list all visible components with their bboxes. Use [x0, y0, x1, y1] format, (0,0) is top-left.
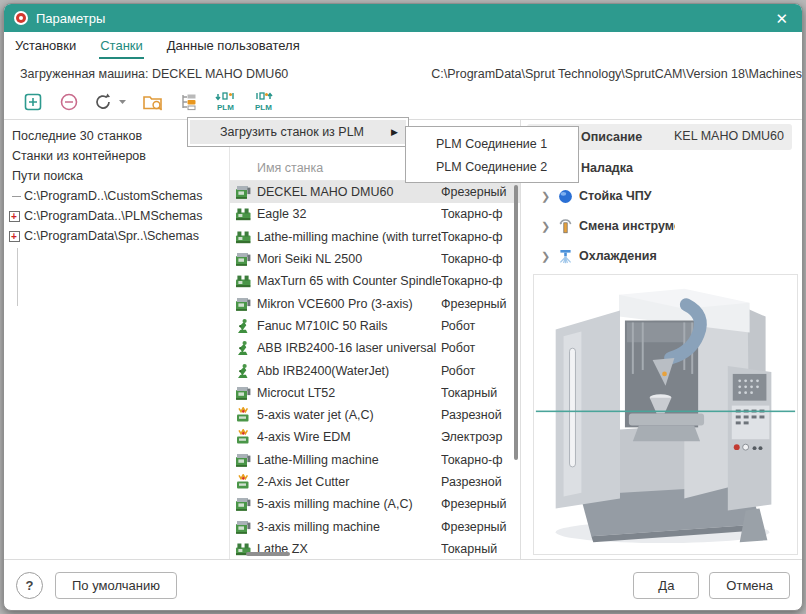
- machine-row[interactable]: DECKEL MAHO DMU60Фрезерный: [230, 181, 520, 203]
- machine-name: Lathe-Milling machine: [257, 453, 441, 467]
- tab-strip: УстановкиСтанкиДанные пользователя: [4, 32, 802, 59]
- tree-path-1[interactable]: +C:\ProgramData..\PLMSchemas: [4, 206, 229, 226]
- tree-path-label: C:\ProgramData..\PLMSchemas: [24, 206, 203, 226]
- machine-type: Токарно-ф: [441, 453, 513, 467]
- machine-row[interactable]: Microcut LT52Токарный: [230, 382, 520, 404]
- machine-row[interactable]: Fanuc M710IC 50 RailsРобот: [230, 315, 520, 337]
- tree-path-0[interactable]: C:\ProgramD..\CustomSchemas: [4, 186, 229, 206]
- machine-type: Токарно-ф: [441, 230, 513, 244]
- machine-name: Abb IRB2400(WaterJet): [257, 364, 441, 378]
- cooling-icon: [557, 248, 574, 265]
- expand-plus-icon[interactable]: +: [4, 231, 24, 242]
- folder-search-icon: [142, 92, 164, 115]
- machine-row[interactable]: Abb IRB2400(WaterJet)Робот: [230, 359, 520, 381]
- setup-node-label: Смена инструме: [579, 219, 675, 233]
- machine-row[interactable]: MaxTurn 65 with Counter SpindleТокарно-ф: [230, 270, 520, 292]
- machine-photo: [534, 275, 797, 554]
- machine-row[interactable]: 4-axis Wire EDMЭлектроэр: [230, 426, 520, 448]
- machine-row[interactable]: ABB IRB2400-16 laser universalРобот: [230, 337, 520, 359]
- add-button[interactable]: [22, 92, 44, 116]
- containers-button[interactable]: [178, 92, 200, 116]
- containers-icon: [179, 92, 199, 115]
- tree-path-2[interactable]: +C:\ProgramData\Spr..\Schemas: [4, 226, 229, 246]
- setup-node-label: Охлаждения: [579, 249, 657, 263]
- plm-submenu: PLM Соединение 1PLM Соединение 2: [405, 126, 579, 183]
- setup-node-cooling[interactable]: ❯Охлаждения: [527, 241, 794, 271]
- tab-stanki[interactable]: Станки: [99, 35, 144, 59]
- help-button[interactable]: ?: [16, 572, 43, 599]
- svg-text:PLM: PLM: [217, 103, 234, 112]
- loaded-machine-label: Загруженная машина: DECKEL MAHO DMU60: [20, 67, 288, 81]
- ok-button[interactable]: Да: [633, 572, 699, 599]
- mill-machine-icon: [235, 519, 252, 535]
- tab-user-data[interactable]: Данные пользователя: [166, 35, 301, 59]
- title-bar[interactable]: Параметры ✕: [4, 4, 802, 32]
- machine-row[interactable]: Eagle 32Токарно-ф: [230, 203, 520, 225]
- default-button[interactable]: По умолчанию: [55, 572, 177, 599]
- menu-item-load-from-plm[interactable]: Загрузить станок из PLM ▶: [190, 120, 406, 144]
- turnmill-machine-icon: [235, 273, 252, 289]
- machine-list-panel: Имя станка DECKEL MAHO DMU60ФрезерныйEag…: [230, 120, 521, 559]
- plm-load-button[interactable]: PLM: [214, 92, 238, 116]
- folder-search-button[interactable]: [142, 92, 164, 116]
- machine-type: Фрезерный: [441, 185, 513, 199]
- tab-ustanovki[interactable]: Установки: [14, 35, 77, 59]
- machine-row[interactable]: Mikron VCE600 Pro (3-axis)Фрезерный: [230, 292, 520, 314]
- machine-type: Электроэр: [441, 430, 513, 444]
- expand-plus-icon[interactable]: +: [4, 211, 24, 222]
- submenu-item-plm-connection-1[interactable]: PLM Соединение 1: [406, 132, 578, 155]
- mill-machine-icon: [235, 452, 252, 468]
- machine-name: DECKEL MAHO DMU60: [257, 185, 441, 199]
- window-title: Параметры: [36, 11, 105, 26]
- machine-name: 5-axis milling machine (A,C): [257, 497, 441, 511]
- machine-type: Разрезной: [441, 408, 513, 422]
- close-icon[interactable]: ✕: [771, 11, 792, 26]
- refresh-button[interactable]: [94, 92, 128, 116]
- tree-item-1[interactable]: Станки из контейнеров: [4, 146, 229, 166]
- mill-machine-icon: [235, 496, 252, 512]
- machine-toolbar: PLMPLM: [4, 88, 802, 120]
- machine-preview-image: [533, 274, 798, 555]
- robot-machine-icon: [235, 363, 252, 379]
- machine-type: Фрезерный: [441, 520, 513, 534]
- machine-row[interactable]: Mori Seiki NL 2500Токарно-ф: [230, 248, 520, 270]
- machine-type: Токарно-ф: [441, 274, 513, 288]
- description-label: Описание: [581, 130, 642, 144]
- setup-node-cnc-ball[interactable]: ❯Стойка ЧПУ: [527, 181, 794, 211]
- machine-type: Фрезерный: [441, 297, 513, 311]
- tree-item-2[interactable]: Пути поиска: [4, 166, 229, 186]
- machine-type: Токарный: [441, 386, 513, 400]
- machine-row[interactable]: Lathe-Milling machineТокарно-ф: [230, 449, 520, 471]
- plm-dropdown-menu: Загрузить станок из PLM ▶: [187, 117, 409, 147]
- plm-save-button[interactable]: PLM: [252, 92, 276, 116]
- cancel-button[interactable]: Отмена: [709, 572, 790, 599]
- remove-icon: [59, 92, 79, 115]
- submenu-item-plm-connection-2[interactable]: PLM Соединение 2: [406, 155, 578, 178]
- tree-connector-line: [17, 248, 18, 306]
- machine-row[interactable]: 3-axis milling machineФрезерный: [230, 515, 520, 537]
- chevron-right-icon[interactable]: ❯: [541, 190, 557, 203]
- machine-name: MaxTurn 65 with Counter Spindle: [257, 274, 441, 288]
- machine-name: Mikron VCE600 Pro (3-axis): [257, 297, 441, 311]
- app-logo-icon: [14, 11, 28, 25]
- machine-row[interactable]: 5-axis water jet (A,C)Разрезной: [230, 404, 520, 426]
- machine-row[interactable]: Lathe ZXТокарный: [230, 538, 520, 560]
- machine-row[interactable]: 5-axis milling machine (A,C)Фрезерный: [230, 493, 520, 515]
- machine-type: Фрезерный: [441, 497, 513, 511]
- chevron-right-icon[interactable]: ❯: [541, 220, 557, 233]
- vertical-scrollbar[interactable]: [514, 185, 518, 460]
- machine-row[interactable]: Lathe-milling machine (with turret ...То…: [230, 226, 520, 248]
- tool-change-icon: [557, 218, 574, 235]
- jet-machine-icon: [235, 407, 252, 423]
- horizontal-scrollbar[interactable]: [246, 552, 290, 556]
- parameters-dialog: Параметры ✕ УстановкиСтанкиДанные пользо…: [3, 3, 803, 611]
- robot-machine-icon: [235, 340, 252, 356]
- plm-save-icon: PLM: [252, 91, 276, 116]
- remove-button[interactable]: [58, 92, 80, 116]
- chevron-right-icon[interactable]: ❯: [541, 250, 557, 263]
- setup-node-label: Стойка ЧПУ: [579, 189, 652, 203]
- tree-branch-line: [4, 196, 24, 197]
- setup-node-tool-change[interactable]: ❯Смена инструме: [527, 211, 794, 241]
- machine-row[interactable]: 2-Axis Jet CutterРазрезной: [230, 471, 520, 493]
- svg-text:PLM: PLM: [255, 103, 272, 112]
